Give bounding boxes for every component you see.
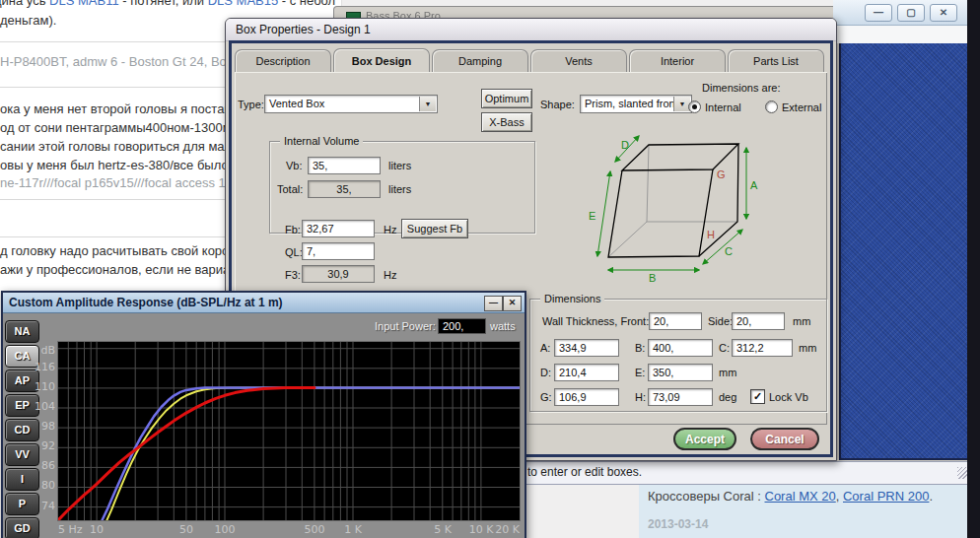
dimensions-are-label: Dimensions are:	[702, 82, 780, 94]
shape-value: Prism, slanted front	[585, 98, 678, 109]
box-type-value: Vented Box	[269, 98, 324, 109]
status-text: to enter or edit boxes.	[527, 465, 642, 479]
b-field[interactable]: 400,	[648, 339, 713, 357]
forum-text-line: сании этой головы говориться для мал	[0, 139, 232, 154]
screen-right-edge	[967, 0, 980, 538]
dim-b-label: B	[649, 272, 656, 284]
forum-signature: H-P8400BT, admw 6 - Boston Gt 24, Bost	[0, 54, 237, 69]
forum-text-line: д головку надо расчитывать свой короб	[0, 243, 237, 258]
e-field[interactable]: 350,	[648, 364, 713, 381]
tab-damping[interactable]: Damping	[432, 49, 528, 73]
ql-field[interactable]: 7,	[302, 242, 375, 260]
accept-button[interactable]: Accept	[673, 428, 736, 450]
forum-link[interactable]: DLS MAB15	[208, 0, 279, 8]
a-label: A:	[540, 342, 550, 354]
dim-c-label: C	[725, 245, 733, 257]
d-label: D:	[540, 367, 551, 378]
minimize-icon[interactable]: —	[865, 4, 892, 22]
close-icon[interactable]: ✕	[503, 296, 522, 311]
tab-description[interactable]: Description	[235, 49, 331, 73]
chevron-down-icon[interactable]: ▼	[419, 97, 436, 111]
input-power-label: Input Power:	[375, 320, 436, 332]
coral-text: ,	[836, 489, 843, 504]
c-label: C:	[719, 342, 730, 354]
external-radio[interactable]	[765, 101, 778, 113]
close-icon[interactable]: ✕	[930, 4, 957, 22]
tab-box-design[interactable]: Box Design	[333, 48, 430, 72]
graph-button-na[interactable]: NA	[5, 320, 39, 343]
graph-button-gd[interactable]: GD	[5, 517, 39, 538]
maximize-icon[interactable]: ▢	[897, 4, 925, 22]
a-field[interactable]: 334,9	[554, 339, 619, 357]
bassbox-workspace	[839, 29, 969, 460]
coral-link[interactable]: Coral PRN 200	[843, 489, 929, 504]
x-tick-label: 100	[215, 523, 236, 536]
dim-d-label: D	[621, 139, 629, 151]
dialog-title-text: Box Properties - Design 1	[236, 23, 371, 36]
h-label: H:	[635, 391, 646, 403]
forum-text: - потянет, или	[119, 0, 208, 8]
optimum-button[interactable]: Optimum	[481, 89, 532, 108]
amplitude-title-bar[interactable]: Custom Amplitude Response (dB-SPL/Hz at …	[3, 293, 525, 313]
dialog-tabs: Description Box Design Damping Vents Int…	[235, 49, 826, 73]
x-bass-button[interactable]: X-Bass	[481, 112, 532, 132]
shape-dropdown[interactable]: Prism, slanted front ▼	[580, 95, 692, 113]
total-label: Total:	[277, 183, 303, 195]
y-tick-label: 116	[32, 361, 55, 373]
dim-e-label: E	[589, 210, 595, 222]
total-field: 35,	[308, 180, 381, 198]
tab-parts-list[interactable]: Parts List	[728, 49, 824, 73]
amplitude-response-window: Custom Amplitude Response (dB-SPL/Hz at …	[1, 291, 526, 538]
f3-field: 30,9	[302, 265, 375, 283]
dialog-title-bar[interactable]: Box Properties - Design 1	[226, 19, 836, 41]
coral-text-line: Кроссоверы Coral : Coral MX 20, Coral PR…	[648, 489, 933, 504]
amplitude-chart	[58, 342, 520, 520]
forum-text-line: овы у меня был hertz-es-380/все было п	[0, 158, 239, 172]
type-label: Type:	[238, 99, 264, 110]
x-tick-label: 1 K	[344, 523, 362, 536]
cancel-button[interactable]: Cancel	[750, 428, 819, 450]
side-label: Side:	[708, 315, 733, 327]
liters-unit: liters	[388, 183, 411, 195]
browser-title-bar[interactable]: — ▢ ✕	[833, 0, 967, 26]
forum-text-line: ока у меня нет второй головы я постав	[0, 101, 231, 116]
suggest-fb-button[interactable]: Suggest Fb	[401, 219, 468, 238]
forum-text: - с небол	[278, 0, 335, 8]
mm-unit: mm	[799, 342, 816, 354]
hz-unit: Hz	[384, 269, 396, 281]
d-field[interactable]: 210,4	[554, 364, 619, 381]
amplitude-plot-area	[58, 342, 520, 520]
box-type-dropdown[interactable]: Vented Box ▼	[264, 95, 438, 113]
forum-text-line: од от сони пентаграммы400ном-1300м	[0, 120, 232, 135]
y-tick-label: 110	[32, 380, 55, 393]
forum-text-line: ажи у профессионалов, если не вариан	[0, 262, 237, 277]
external-radio-label: External	[782, 101, 821, 113]
wall-thickness-label: Wall Thickness, Front:	[542, 315, 649, 327]
input-power-field[interactable]: 200,	[438, 318, 486, 334]
wall-front-field[interactable]: 20,	[649, 312, 702, 330]
c-field[interactable]: 312,2	[732, 339, 793, 357]
tab-vents[interactable]: Vents	[530, 49, 627, 73]
h-field[interactable]: 73,09	[648, 388, 713, 406]
coral-text: Кроссоверы Coral :	[648, 489, 765, 504]
forum-text-line: деньгам).	[0, 13, 56, 28]
lock-vb-checkbox[interactable]: ✓	[750, 389, 765, 404]
vb-field[interactable]: 35,	[308, 157, 381, 174]
b-label: B:	[635, 342, 645, 354]
dimensions-legend: Dimensions	[540, 293, 604, 304]
forum-link[interactable]: DLS MAB11	[49, 0, 119, 8]
y-axis-unit: dB	[32, 344, 55, 357]
internal-radio-label: Internal	[705, 101, 741, 113]
fb-field[interactable]: 32,67	[302, 220, 375, 237]
x-tick-label: 500	[305, 523, 325, 536]
internal-radio[interactable]	[688, 101, 701, 113]
tab-interior[interactable]: Interior	[629, 49, 726, 73]
g-label: G:	[540, 391, 552, 403]
g-field[interactable]: 106,9	[554, 388, 619, 406]
box-shape-diagram: A B C D E G H	[588, 132, 763, 290]
wall-side-field[interactable]: 20,	[732, 312, 785, 330]
browser-content-strip	[833, 26, 967, 43]
minimize-icon[interactable]: —	[484, 296, 503, 311]
coral-link[interactable]: Coral MX 20	[765, 489, 836, 504]
forum-text-line: дина усь DLS MAB11 - потянет, или DLS MA…	[0, 0, 335, 8]
